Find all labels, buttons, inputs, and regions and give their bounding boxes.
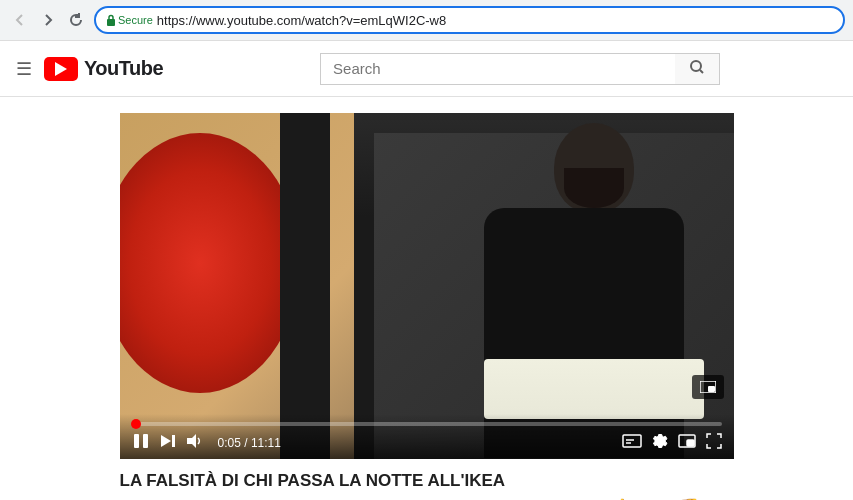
svg-rect-3 [708, 386, 715, 392]
white-box [484, 359, 704, 419]
svg-rect-5 [143, 434, 148, 448]
url-text: https://www.youtube.com/watch?v=emLqWI2C… [157, 13, 833, 28]
youtube-logo-text: YouTube [84, 57, 163, 80]
svg-rect-7 [172, 435, 175, 447]
miniplayer-button[interactable] [678, 434, 696, 451]
video-info: LA FALSITÀ DI CHI PASSA LA NOTTE ALL'IKE… [120, 459, 734, 500]
video-title: LA FALSITÀ DI CHI PASSA LA NOTTE ALL'IKE… [120, 471, 734, 491]
hamburger-menu[interactable]: ☰ [16, 58, 32, 80]
search-input[interactable] [320, 53, 675, 85]
search-button[interactable] [675, 53, 720, 85]
address-bar[interactable]: Secure https://www.youtube.com/watch?v=e… [94, 6, 845, 34]
fullscreen-button[interactable] [706, 433, 722, 452]
controls-row: 0:05 / 11:11 [132, 432, 722, 453]
time-display: 0:05 / 11:11 [218, 436, 281, 450]
person-beard [564, 168, 624, 208]
play-pause-button[interactable] [132, 432, 150, 453]
secure-label: Secure [118, 14, 153, 26]
youtube-header: ☰ YouTube [0, 41, 853, 97]
youtube-logo-icon [44, 57, 78, 81]
nav-buttons [8, 8, 88, 32]
youtube-logo[interactable]: YouTube [44, 57, 163, 81]
video-scene [120, 113, 734, 459]
progress-dot [131, 419, 141, 429]
subtitles-button[interactable] [622, 434, 642, 451]
reload-button[interactable] [64, 8, 88, 32]
secure-icon: Secure [106, 14, 153, 26]
controls-right [622, 433, 722, 452]
svg-rect-0 [107, 19, 115, 26]
browser-chrome: Secure https://www.youtube.com/watch?v=e… [0, 0, 853, 41]
svg-marker-8 [187, 434, 196, 448]
settings-button[interactable] [652, 433, 668, 452]
video-red-element [120, 133, 300, 393]
miniplayer-icon [692, 375, 724, 399]
video-figure [354, 113, 734, 459]
svg-point-1 [691, 61, 701, 71]
svg-rect-13 [687, 440, 694, 446]
video-player[interactable]: 0:05 / 11:11 [120, 113, 734, 459]
back-button[interactable] [8, 8, 32, 32]
svg-marker-6 [161, 435, 171, 447]
next-button[interactable] [160, 433, 176, 452]
forward-button[interactable] [36, 8, 60, 32]
progress-bar[interactable] [132, 422, 722, 426]
svg-rect-9 [623, 435, 641, 447]
search-container [203, 53, 837, 85]
video-controls: 0:05 / 11:11 [120, 414, 734, 459]
svg-rect-4 [134, 434, 139, 448]
search-bar [320, 53, 720, 85]
volume-button[interactable] [186, 432, 204, 453]
video-wrapper: 0:05 / 11:11 [120, 113, 734, 500]
video-dark-panel [280, 113, 330, 459]
main-content: 0:05 / 11:11 [0, 97, 853, 500]
